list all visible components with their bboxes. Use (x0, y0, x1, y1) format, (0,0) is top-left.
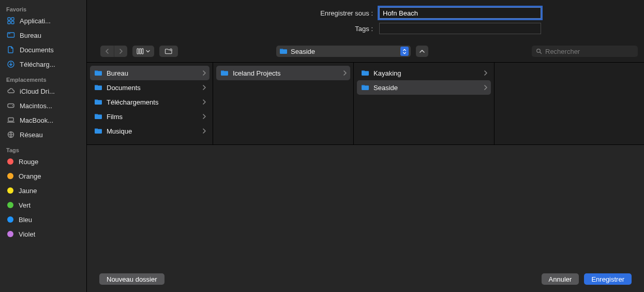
sidebar-item-label: Bureau (20, 32, 41, 39)
download-icon (6, 60, 16, 69)
chevron-right-icon (202, 114, 206, 119)
sidebar-item-label: Réseau (20, 131, 43, 139)
globe-icon (6, 130, 16, 139)
browser-item-label: Musique (107, 127, 198, 135)
folder-icon (94, 113, 102, 120)
footer: Nouveau dossier Annuler Enregistrer (87, 267, 644, 292)
browser-item-label: Seaside (373, 84, 480, 92)
sidebar-tag-blue[interactable]: Bleu (0, 212, 86, 227)
select-arrows-icon (400, 47, 409, 56)
sidebar-tag-violet[interactable]: Violet (0, 227, 86, 241)
sidebar-tags-section: Tags Rouge Orange Jaune Vert Bleu (0, 143, 86, 242)
chevron-right-icon (202, 128, 206, 134)
sidebar-tag-red[interactable]: Rouge (0, 154, 86, 169)
lower-area (87, 145, 644, 267)
view-mode-button[interactable] (132, 46, 154, 57)
folder-icon (94, 127, 102, 135)
browser-item-label: Bureau (107, 69, 198, 77)
sidebar-item-documents[interactable]: Documents (0, 42, 86, 57)
nav-back-forward (100, 46, 127, 57)
chevron-down-icon (146, 50, 150, 53)
sidebar-item-label: MacBook... (20, 116, 53, 124)
sidebar-item-label: Bleu (19, 216, 32, 224)
sidebar-tag-orange[interactable]: Orange (0, 169, 86, 183)
chevron-right-icon (343, 70, 347, 76)
sidebar-item-desktop[interactable]: Bureau (0, 28, 86, 42)
save-as-label: Enregistrer sous : (87, 9, 379, 17)
tag-dot-icon (7, 187, 13, 194)
browser-item[interactable]: Bureau (90, 66, 209, 80)
browser-item[interactable]: Musique (90, 124, 209, 138)
search-field[interactable] (532, 46, 638, 57)
sidebar-item-macbook[interactable]: MacBook... (0, 113, 86, 127)
form-area: Enregistrer sous : Tags : (87, 0, 644, 43)
chevron-up-icon (420, 49, 425, 53)
browser-item-label: Iceland Projects (233, 69, 339, 77)
chevron-right-icon (119, 49, 123, 54)
sidebar-item-macintosh-hd[interactable]: Macintos... (0, 98, 86, 113)
sidebar-item-downloads[interactable]: Télécharg... (0, 57, 86, 71)
save-as-input[interactable] (379, 7, 541, 19)
browser-item[interactable]: Téléchargements (90, 95, 209, 109)
search-input[interactable] (545, 48, 634, 55)
sidebar-heading-favorites: Favoris (0, 4, 86, 13)
tag-dot-icon (7, 216, 13, 223)
chevron-right-icon (484, 85, 488, 90)
new-folder-button[interactable]: Nouveau dossier (99, 273, 164, 285)
desktop-icon (6, 31, 16, 40)
sidebar-item-label: Rouge (19, 158, 38, 166)
folder-icon (94, 84, 102, 91)
cloud-icon (6, 86, 16, 96)
sidebar-heading-locations: Emplacements (0, 75, 86, 84)
tag-dot-icon (7, 173, 13, 179)
sidebar-favorites-section: Favoris Applicati... Bureau Documents Té… (0, 2, 86, 72)
save-button[interactable]: Enregistrer (584, 273, 632, 285)
sidebar-item-label: Télécharg... (20, 61, 55, 68)
toolbar: Seaside (87, 43, 644, 62)
sidebar-item-label: Vert (19, 201, 31, 209)
tag-dot-icon (7, 202, 13, 208)
disk-icon (6, 101, 16, 110)
browser-item[interactable]: Kayaking (357, 66, 491, 80)
browser-item[interactable]: Films (90, 109, 209, 124)
main-panel: Enregistrer sous : Tags : (87, 0, 644, 292)
laptop-icon (6, 115, 16, 125)
tag-dot-icon (7, 231, 13, 237)
browser-item[interactable]: Iceland Projects (216, 66, 350, 80)
chevron-right-icon (202, 85, 206, 90)
tags-label: Tags : (87, 25, 379, 33)
sidebar: Favoris Applicati... Bureau Documents Té… (0, 0, 87, 292)
document-icon (6, 45, 16, 54)
sidebar-tag-yellow[interactable]: Jaune (0, 183, 86, 198)
folder-icon (361, 84, 369, 91)
new-folder-icon-button[interactable] (159, 46, 178, 57)
sidebar-item-network[interactable]: Réseau (0, 127, 86, 142)
cancel-button[interactable]: Annuler (542, 273, 579, 285)
chevron-right-icon (484, 70, 488, 76)
collapse-button[interactable] (416, 46, 428, 57)
chevron-right-icon (202, 70, 206, 76)
sidebar-heading-tags: Tags (0, 145, 86, 154)
sidebar-tag-green[interactable]: Vert (0, 198, 86, 212)
browser-item-label: Kayaking (373, 69, 480, 77)
location-popup[interactable]: Seaside (276, 46, 411, 57)
folder-icon (94, 69, 102, 77)
location-label: Seaside (291, 48, 397, 55)
search-icon (536, 48, 542, 54)
folder-icon (220, 69, 229, 77)
browser-item[interactable]: Documents (90, 80, 209, 95)
sidebar-item-label: Orange (19, 172, 41, 180)
folder-icon (279, 48, 288, 55)
sidebar-item-applications[interactable]: Applicati... (0, 13, 86, 28)
back-button[interactable] (100, 46, 114, 57)
browser-item-label: Téléchargements (107, 98, 198, 106)
browser-item-label: Documents (107, 84, 198, 92)
browser-column-3 (495, 63, 644, 144)
browser-column-2: Kayaking Seaside (354, 63, 495, 144)
forward-button[interactable] (114, 46, 127, 57)
browser-column-0: Bureau Documents Téléchargements Films (87, 63, 213, 144)
sidebar-item-icloud-drive[interactable]: iCloud Dri... (0, 84, 86, 98)
tags-input[interactable] (379, 23, 541, 34)
browser-item[interactable]: Seaside (357, 80, 491, 95)
browser-item-label: Films (107, 113, 198, 121)
